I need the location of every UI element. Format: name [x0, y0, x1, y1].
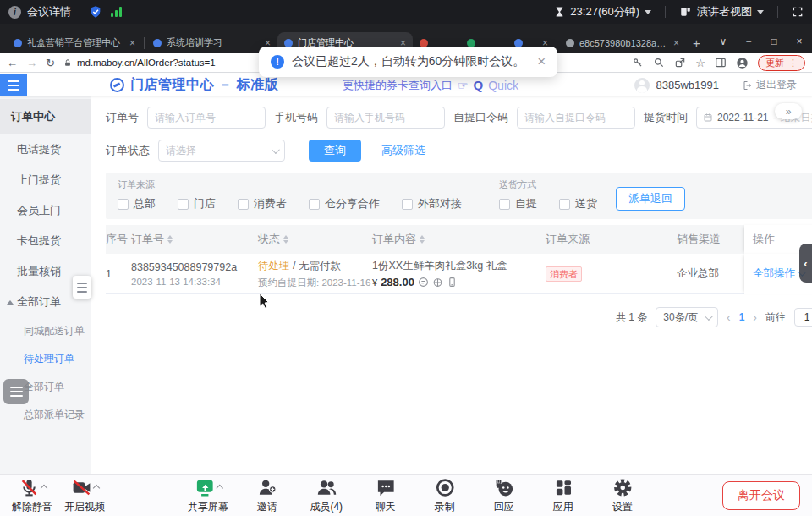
sidebar-item-card-pickup[interactable]: 卡包提货 [0, 226, 91, 256]
window-close-button[interactable]: × [787, 30, 812, 53]
checkbox[interactable] [238, 199, 249, 210]
sort-icon[interactable] [167, 235, 173, 244]
share-options-chevron-icon[interactable] [216, 484, 222, 491]
checkbox-source-hq[interactable]: 总部 [118, 196, 156, 211]
new-tab-button[interactable]: + [693, 36, 700, 50]
members-button[interactable]: 成员(4) [306, 477, 347, 514]
sidebar-item-member-visit[interactable]: 会员上门 [0, 195, 91, 226]
page-size-select[interactable]: 30条/页 [656, 307, 718, 327]
checkbox-source-external[interactable]: 外部对接 [402, 196, 462, 211]
browser-update-button[interactable]: 更新 ⋮ [758, 55, 805, 71]
sidebar-item-phone-pickup[interactable]: 电话提货 [0, 134, 91, 165]
camera-options-chevron-icon[interactable] [92, 484, 99, 491]
quick-search-icon[interactable]: Q [474, 78, 484, 92]
meeting-details-label[interactable]: 会议详情 [27, 4, 71, 19]
phone-input[interactable] [326, 107, 445, 129]
view-caret-icon[interactable] [757, 10, 764, 14]
sidebar-item-pending-orders[interactable]: 待处理订单 [0, 345, 91, 373]
browser-menu-icon[interactable]: ⋮ [788, 58, 798, 69]
window-maximize-button[interactable]: □ [761, 30, 787, 53]
leave-meeting-button[interactable]: 离开会议 [722, 481, 800, 510]
reactions-button[interactable]: 回应 [484, 477, 524, 514]
prev-page-button[interactable]: ‹ [727, 310, 731, 324]
date-start-value[interactable]: 2022-11-21 [717, 112, 769, 124]
checkbox-source-warehouse-share[interactable]: 仓分享合作 [309, 196, 380, 211]
next-page-button[interactable]: › [753, 310, 757, 324]
window-minimize-button[interactable]: − [736, 30, 761, 53]
browser-tab[interactable]: e8c573980b1328a258fd2e6... × [559, 32, 686, 53]
sidebar-collapse-handle[interactable] [73, 276, 91, 299]
browser-tab[interactable]: 礼盒营销平台管理中心 × [7, 32, 142, 53]
view-mode-label[interactable]: 演讲者视图 [697, 4, 752, 19]
pickup-code-input[interactable] [517, 107, 635, 129]
current-page[interactable]: 1 [739, 311, 745, 323]
meeting-panel-collapse-handle[interactable]: ‹ [799, 244, 812, 283]
sort-icon[interactable] [283, 235, 288, 244]
favicon [14, 39, 22, 47]
checkbox-source-store[interactable]: 门店 [178, 196, 216, 211]
checkbox[interactable] [178, 199, 189, 210]
dispatch-return-button[interactable]: 派单退回 [616, 187, 685, 211]
checkbox[interactable] [309, 199, 320, 210]
search-button[interactable]: 查询 [309, 140, 361, 162]
goto-page-input[interactable] [794, 308, 812, 327]
zoom-icon[interactable] [653, 57, 665, 69]
logout-button[interactable]: 退出登录 [743, 78, 797, 92]
share-icon[interactable] [674, 57, 686, 69]
profile-avatar-icon[interactable] [736, 57, 749, 69]
checkbox[interactable] [118, 199, 129, 210]
coupon-query-link[interactable]: 更快捷的券卡查询入口 [343, 78, 453, 93]
bookmark-star-icon[interactable]: ☆ [695, 57, 705, 69]
key-icon[interactable] [632, 57, 644, 69]
checkbox-source-consumer[interactable]: 消费者 [238, 196, 287, 211]
network-signal-icon[interactable] [111, 7, 122, 17]
mouse-cursor [259, 293, 270, 311]
checkbox[interactable] [402, 199, 413, 210]
sidebar-item-city-delivery-orders[interactable]: 同城配送订单 [0, 317, 91, 345]
tab-close-icon[interactable]: × [673, 37, 679, 49]
sort-icon[interactable] [420, 235, 425, 244]
form-expand-button[interactable]: » [775, 103, 802, 119]
table-row[interactable]: 1 83859345088979792a 2023-11-13 14:33:34… [106, 254, 812, 294]
user-avatar[interactable] [634, 78, 650, 93]
col-order-no[interactable]: 订单号 [131, 232, 258, 247]
quick-search-label[interactable]: Quick [488, 79, 518, 92]
checkbox[interactable] [559, 199, 570, 210]
checkbox-delivery-ship[interactable]: 送货 [559, 196, 597, 211]
shield-check-icon[interactable] [89, 5, 102, 19]
meeting-info-icon[interactable]: i [8, 6, 21, 19]
start-video-button[interactable]: 开启视频 [64, 477, 105, 514]
checkbox[interactable] [499, 199, 510, 210]
order-status-select[interactable]: 请选择 [158, 140, 285, 162]
toast-close-icon[interactable]: × [537, 53, 546, 70]
tab-search-icon[interactable]: ∨ [710, 30, 736, 53]
tab-close-icon[interactable]: × [129, 37, 135, 49]
fullscreen-icon[interactable] [792, 6, 804, 18]
delivery-method-group-label: 送货方式 [499, 178, 597, 191]
sidebar-item-door-pickup[interactable]: 上门提货 [0, 165, 91, 195]
sidebar-item-hq-dispatch-records[interactable]: 总部派单记录 [0, 401, 91, 429]
back-button[interactable]: ← [7, 57, 18, 69]
invite-button[interactable]: 邀请 [247, 477, 288, 514]
forward-button[interactable]: → [26, 57, 37, 69]
advanced-filter-link[interactable]: 高级筛选 [381, 143, 425, 158]
favicon [467, 39, 475, 47]
chat-button[interactable]: 聊天 [365, 477, 406, 514]
timer-caret-icon[interactable] [645, 10, 651, 14]
side-panel-icon[interactable] [715, 57, 727, 69]
checkbox-delivery-pickup[interactable]: 自提 [499, 196, 537, 211]
hamburger-menu-button[interactable] [0, 74, 27, 96]
col-status[interactable]: 状态 [258, 232, 372, 247]
unmute-button[interactable]: 解除静音 [12, 477, 52, 514]
floating-list-button[interactable] [3, 379, 29, 404]
record-button[interactable]: 录制 [425, 477, 465, 514]
mic-options-chevron-icon[interactable] [40, 484, 47, 491]
settings-button[interactable]: 设置 [602, 477, 643, 514]
row-channel: 企业总部 [677, 266, 744, 281]
reload-button[interactable]: ↻ [46, 57, 55, 69]
col-content[interactable]: 订单内容 [372, 232, 546, 247]
share-screen-button[interactable]: 共享屏幕 [188, 477, 228, 514]
order-no-input[interactable] [147, 107, 266, 129]
apps-button[interactable]: 应用 [543, 477, 584, 514]
browser-tab[interactable]: 系统培训学习 × [146, 32, 277, 53]
